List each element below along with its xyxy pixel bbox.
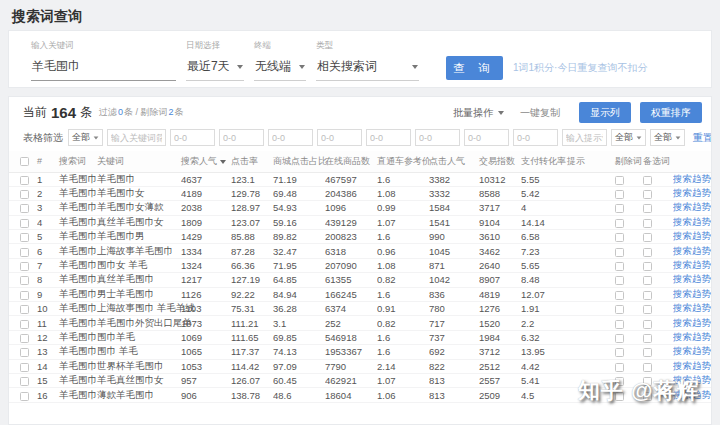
- column-header[interactable]: 点击人气: [429, 151, 479, 172]
- keyword-filter-input[interactable]: [107, 129, 166, 146]
- batch-action-dropdown[interactable]: 批量操作: [453, 106, 504, 120]
- exclude-word-checkbox[interactable]: [615, 291, 624, 300]
- search-trend-link[interactable]: 搜索趋势: [673, 259, 711, 270]
- range-filter-input-3[interactable]: [268, 129, 313, 146]
- exclude-word-checkbox[interactable]: [615, 363, 624, 372]
- candidate-word-checkbox[interactable]: [643, 248, 652, 257]
- candidate-word-checkbox[interactable]: [643, 363, 652, 372]
- show-columns-button[interactable]: 显示列: [579, 102, 631, 123]
- range-filter-input-7[interactable]: [464, 129, 509, 146]
- column-header[interactable]: 交易指数: [479, 151, 521, 172]
- candidate-word-checkbox[interactable]: [643, 305, 652, 314]
- select-all-checkbox[interactable]: [20, 157, 29, 166]
- one-click-copy[interactable]: 一键复制: [520, 106, 560, 120]
- range-filter-input-8[interactable]: [513, 129, 558, 146]
- row-checkbox[interactable]: [20, 334, 29, 343]
- filter-select-all[interactable]: 全部: [68, 129, 103, 146]
- range-filter-input-5[interactable]: [366, 129, 411, 146]
- column-header[interactable]: 搜索人气: [181, 151, 231, 172]
- exclude-word-checkbox[interactable]: [615, 334, 624, 343]
- search-trend-link[interactable]: 搜索趋势: [673, 230, 711, 241]
- column-header[interactable]: #: [37, 151, 59, 172]
- range-filter-input-2[interactable]: [219, 129, 264, 146]
- search-trend-link[interactable]: 搜索趋势: [673, 288, 711, 299]
- exclude-word-checkbox[interactable]: [615, 320, 624, 329]
- exclude-word-checkbox[interactable]: [615, 190, 624, 199]
- type-select[interactable]: 类型 相关搜索词: [316, 40, 419, 81]
- exclude-word-checkbox[interactable]: [615, 204, 624, 213]
- column-header[interactable]: 商城点击占比: [273, 151, 325, 172]
- candidate-word-checkbox[interactable]: [643, 320, 652, 329]
- candidate-word-checkbox[interactable]: [643, 334, 652, 343]
- search-trend-link[interactable]: 搜索趋势: [673, 201, 711, 212]
- candidate-word-checkbox[interactable]: [643, 176, 652, 185]
- search-trend-link[interactable]: 搜索趋势: [673, 317, 711, 328]
- row-checkbox[interactable]: [20, 248, 29, 257]
- row-checkbox[interactable]: [20, 276, 29, 285]
- search-trend-link[interactable]: 搜索趋势: [673, 345, 711, 356]
- range-filter-input-4[interactable]: [317, 129, 362, 146]
- range-filter-input-6[interactable]: [415, 129, 460, 146]
- exclude-word-checkbox[interactable]: [615, 248, 624, 257]
- column-header[interactable]: 直通车参考价: [377, 151, 429, 172]
- filter-select-exclude[interactable]: 全部: [611, 129, 646, 146]
- range-filter-input-1[interactable]: [170, 129, 215, 146]
- exclude-word-checkbox[interactable]: [615, 233, 624, 242]
- exclude-word-checkbox[interactable]: [615, 305, 624, 314]
- weight-sort-button[interactable]: 权重排序: [640, 102, 702, 123]
- search-trend-link[interactable]: 搜索趋势: [673, 331, 711, 342]
- reset-conditions-link[interactable]: 重置条件: [693, 131, 712, 145]
- candidate-word-checkbox[interactable]: [643, 233, 652, 242]
- column-header[interactable]: 点击率: [231, 151, 273, 172]
- row-checkbox[interactable]: [20, 363, 29, 372]
- row-checkbox[interactable]: [20, 392, 29, 401]
- search-trend-link[interactable]: 搜索趋势: [673, 245, 711, 256]
- search-trend-link[interactable]: 搜索趋势: [673, 302, 711, 313]
- column-header[interactable]: 支付转化率: [521, 151, 567, 172]
- search-trend-link[interactable]: 搜索趋势: [673, 360, 711, 371]
- filter-select-candidate[interactable]: 全部: [650, 129, 685, 146]
- exclude-word-checkbox[interactable]: [615, 219, 624, 228]
- candidate-word-checkbox[interactable]: [643, 190, 652, 199]
- row-checkbox[interactable]: [20, 190, 29, 199]
- date-select[interactable]: 日期选择 最近7天: [186, 40, 244, 81]
- ztc-ref-price-cell: 1.6: [377, 172, 429, 186]
- keyword-field[interactable]: 输入关键词 羊毛围巾: [31, 40, 176, 81]
- query-button[interactable]: 查 询: [446, 56, 503, 80]
- row-checkbox[interactable]: [20, 305, 29, 314]
- column-header[interactable]: 剔除词: [615, 151, 643, 172]
- search-trend-link[interactable]: 搜索趋势: [673, 273, 711, 284]
- column-header[interactable]: 提示: [567, 151, 615, 172]
- search-trend-link[interactable]: 搜索趋势: [673, 173, 711, 184]
- row-checkbox[interactable]: [20, 262, 29, 271]
- column-header[interactable]: 在线商品数: [325, 151, 377, 172]
- row-checkbox[interactable]: [20, 291, 29, 300]
- hint-filter-input[interactable]: [562, 129, 607, 146]
- candidate-word-checkbox[interactable]: [643, 291, 652, 300]
- mall-click-ratio-cell: 71.19: [273, 172, 325, 186]
- row-checkbox[interactable]: [20, 176, 29, 185]
- column-header[interactable]: 关键词: [97, 151, 181, 172]
- row-checkbox[interactable]: [20, 233, 29, 242]
- keyword-value: 羊毛围巾: [32, 58, 80, 75]
- row-checkbox[interactable]: [20, 320, 29, 329]
- terminal-select[interactable]: 终端 无线端: [254, 40, 306, 81]
- exclude-word-checkbox[interactable]: [615, 348, 624, 357]
- exclude-word-checkbox[interactable]: [615, 262, 624, 271]
- search-trend-link[interactable]: 搜索趋势: [673, 216, 711, 227]
- row-checkbox[interactable]: [20, 377, 29, 386]
- candidate-word-checkbox[interactable]: [643, 219, 652, 228]
- candidate-word-checkbox[interactable]: [643, 348, 652, 357]
- row-checkbox[interactable]: [20, 348, 29, 357]
- row-checkbox[interactable]: [20, 204, 29, 213]
- exclude-word-checkbox[interactable]: [615, 176, 624, 185]
- candidate-word-checkbox[interactable]: [643, 262, 652, 271]
- row-checkbox[interactable]: [20, 219, 29, 228]
- search-popularity-cell: 1069: [181, 330, 231, 344]
- column-header[interactable]: 备选词: [643, 151, 673, 172]
- search-trend-link[interactable]: 搜索趋势: [673, 187, 711, 198]
- candidate-word-checkbox[interactable]: [643, 276, 652, 285]
- column-header[interactable]: 搜索词: [59, 151, 97, 172]
- candidate-word-checkbox[interactable]: [643, 204, 652, 213]
- exclude-word-checkbox[interactable]: [615, 276, 624, 285]
